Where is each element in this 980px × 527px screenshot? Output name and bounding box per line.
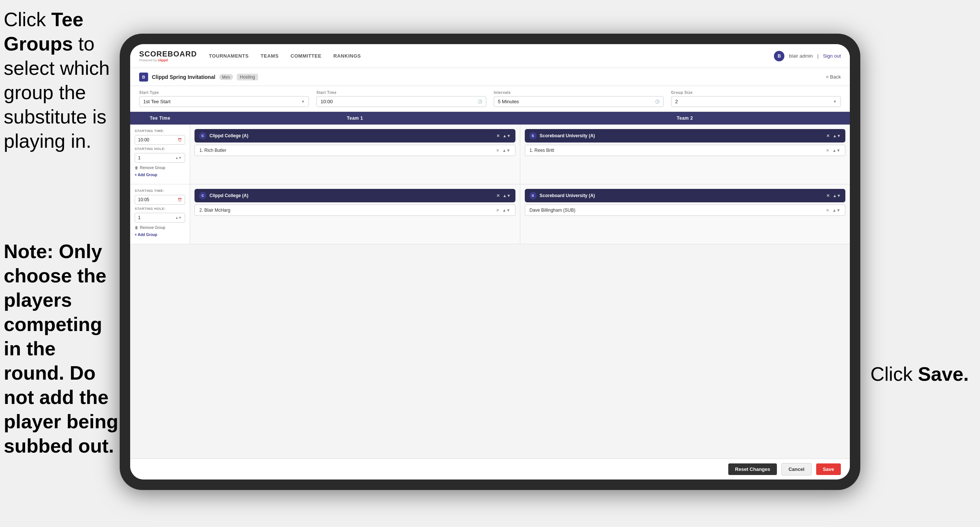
- nav-rankings[interactable]: RANKINGS: [333, 52, 361, 60]
- team2-close-2[interactable]: ✕: [826, 193, 830, 198]
- reset-button[interactable]: Reset Changes: [728, 463, 777, 475]
- add-group-btn-1[interactable]: + Add Group: [135, 173, 185, 177]
- nav-committee[interactable]: COMMITTEE: [291, 52, 322, 60]
- player-close-1-2[interactable]: ✕: [496, 208, 500, 213]
- hole-arr-1: ▲▼: [175, 156, 182, 160]
- player-expand-2-1[interactable]: ▲▼: [832, 148, 840, 153]
- intervals-label: Intervals: [494, 91, 663, 95]
- group-row-2: STARTING TIME: 10:05 ⏰ STARTING HOLE: 1 …: [130, 185, 850, 244]
- click-save-text: Click Save.: [870, 363, 969, 385]
- col-team2: Team 2: [520, 112, 850, 124]
- team2-icon-1: S: [529, 132, 537, 140]
- nav-separator: |: [817, 53, 818, 59]
- player-close-1-1[interactable]: ✕: [496, 148, 500, 153]
- tablet-frame: SCOREBOARD Powered by clippd TOURNAMENTS…: [120, 33, 860, 490]
- team1-icon-1: C: [199, 132, 207, 140]
- player-row-right-sub-2: ✕ ▲▼: [826, 208, 840, 213]
- save-button[interactable]: Save: [816, 463, 841, 475]
- player-row-right-1-1: ✕ ▲▼: [496, 148, 511, 153]
- team1-close-1[interactable]: ✕: [496, 134, 500, 139]
- group-row-1: STARTING TIME: 10:00 ⏰ STARTING HOLE: 1 …: [130, 124, 850, 185]
- team1-card-1[interactable]: C Clippd College (A) ✕ ▲▼: [194, 129, 515, 143]
- remove-group-btn-2[interactable]: 🗑 Remove Group: [135, 225, 185, 231]
- nav-teams[interactable]: TEAMS: [261, 52, 278, 60]
- player-expand-1-2[interactable]: ▲▼: [502, 208, 511, 212]
- hosting-badge: Hosting: [237, 74, 258, 80]
- player-row-2-1[interactable]: 1. Rees Britt ✕ ▲▼: [525, 145, 846, 156]
- starting-time-input-2[interactable]: 10:05 ⏰: [135, 195, 185, 205]
- tee-time-side-1: STARTING TIME: 10:00 ⏰ STARTING HOLE: 1 …: [130, 124, 190, 184]
- group-size-field: Group Size 2 ▼: [671, 91, 841, 107]
- team1-card-right-2: ✕ ▲▼: [496, 193, 511, 198]
- intervals-input[interactable]: 5 Minutes 🕐: [494, 96, 663, 107]
- sign-out-link[interactable]: Sign out: [823, 53, 841, 59]
- add-group-btn-2[interactable]: + Add Group: [135, 232, 185, 237]
- footer-bar: Reset Changes Cancel Save: [130, 459, 850, 479]
- starting-time-label-1: STARTING TIME:: [135, 129, 185, 133]
- start-time-input[interactable]: 10:00 🕐: [317, 96, 486, 107]
- team2-expand-1[interactable]: ▲▼: [833, 134, 841, 138]
- starting-hole-label-2: STARTING HOLE:: [135, 207, 185, 210]
- start-time-field: Start Time 10:00 🕐: [317, 91, 486, 107]
- start-type-label: Start Type: [139, 91, 309, 95]
- team2-expand-2[interactable]: ▲▼: [833, 193, 841, 198]
- team1-icon-2: C: [199, 192, 207, 199]
- team2-card-right-1: ✕ ▲▼: [826, 134, 841, 139]
- player-row-right-1-2: ✕ ▲▼: [496, 208, 511, 213]
- instruction-text: Click Tee Groups to select which group t…: [4, 8, 120, 153]
- time-arr-1: ⏰: [178, 138, 182, 142]
- team2-close-1[interactable]: ✕: [826, 134, 830, 139]
- team2-col-2: S Scoreboard University (A) ✕ ▲▼ Dave Bi…: [520, 185, 850, 244]
- player-close-sub-2[interactable]: ✕: [826, 208, 829, 213]
- player-name-sub-2: Dave Billingham (SUB): [530, 208, 576, 213]
- group-size-input[interactable]: 2 ▼: [671, 96, 841, 107]
- team2-card-2[interactable]: S Scoreboard University (A) ✕ ▲▼: [525, 189, 846, 202]
- save-bold: Save.: [918, 363, 969, 385]
- gender-badge: Men: [219, 74, 233, 80]
- team1-card-left-2: C Clippd College (A): [199, 192, 248, 199]
- team1-expand-2[interactable]: ▲▼: [503, 193, 511, 198]
- nav-tournaments[interactable]: TOURNAMENTS: [209, 52, 248, 60]
- team1-card-right-1: ✕ ▲▼: [496, 134, 511, 139]
- cancel-button[interactable]: Cancel: [781, 463, 812, 475]
- team2-card-1[interactable]: S Scoreboard University (A) ✕ ▲▼: [525, 129, 846, 143]
- player-name-1-2: 2. Blair McHarg: [199, 208, 231, 213]
- player-expand-1-1[interactable]: ▲▼: [502, 148, 511, 153]
- team1-col-1: C Clippd College (A) ✕ ▲▼ 1. Rich Butler: [190, 124, 520, 184]
- tee-groups-bold: Tee Groups: [4, 9, 83, 55]
- group-size-label: Group Size: [671, 91, 841, 95]
- start-time-label: Start Time: [317, 91, 486, 95]
- back-button[interactable]: < Back: [826, 74, 841, 80]
- team2-card-left-2: S Scoreboard University (A): [529, 192, 595, 199]
- starting-time-input-1[interactable]: 10:00 ⏰: [135, 135, 185, 145]
- team1-card-2[interactable]: C Clippd College (A) ✕ ▲▼: [194, 189, 515, 202]
- teams-area-1: C Clippd College (A) ✕ ▲▼ 1. Rich Butler: [190, 124, 850, 184]
- team1-close-2[interactable]: ✕: [496, 193, 500, 198]
- team1-name-1: Clippd College (A): [210, 133, 248, 139]
- remove-group-btn-1[interactable]: 🗑 Remove Group: [135, 165, 185, 170]
- tablet-screen: SCOREBOARD Powered by clippd TOURNAMENTS…: [130, 44, 850, 479]
- player-row-sub-2[interactable]: Dave Billingham (SUB) ✕ ▲▼: [525, 205, 846, 216]
- player-row-1-2[interactable]: 2. Blair McHarg ✕ ▲▼: [194, 205, 515, 216]
- player-close-2-1[interactable]: ✕: [826, 148, 829, 153]
- team1-expand-1[interactable]: ▲▼: [503, 134, 511, 138]
- tournament-title: Clippd Spring Invitational: [152, 74, 215, 80]
- logo-scoreboard: SCOREBOARD: [139, 50, 197, 58]
- team2-icon-2: S: [529, 192, 537, 199]
- start-type-field: Start Type 1st Tee Start ▼: [139, 91, 309, 107]
- starting-hole-input-2[interactable]: 1 ▲▼: [135, 213, 185, 223]
- hole-arr-2: ▲▼: [175, 216, 182, 220]
- start-time-clock: 🕐: [478, 99, 482, 103]
- player-expand-sub-2[interactable]: ▲▼: [832, 208, 840, 212]
- navbar: SCOREBOARD Powered by clippd TOURNAMENTS…: [130, 44, 850, 68]
- team2-name-2: Scoreboard University (A): [540, 193, 595, 198]
- tee-time-side-2: STARTING TIME: 10:05 ⏰ STARTING HOLE: 1 …: [130, 185, 190, 244]
- admin-avatar: B: [774, 51, 784, 61]
- team1-card-left-1: C Clippd College (A): [199, 132, 248, 140]
- teams-area-2: C Clippd College (A) ✕ ▲▼ 2. Blair McHar…: [190, 185, 850, 244]
- start-type-input[interactable]: 1st Tee Start ▼: [139, 96, 309, 107]
- sub-header-left: B Clippd Spring Invitational Men Hosting: [139, 73, 258, 81]
- starting-hole-input-1[interactable]: 1 ▲▼: [135, 153, 185, 163]
- admin-name: blair admin: [789, 53, 813, 59]
- player-row-1-1[interactable]: 1. Rich Butler ✕ ▲▼: [194, 145, 515, 156]
